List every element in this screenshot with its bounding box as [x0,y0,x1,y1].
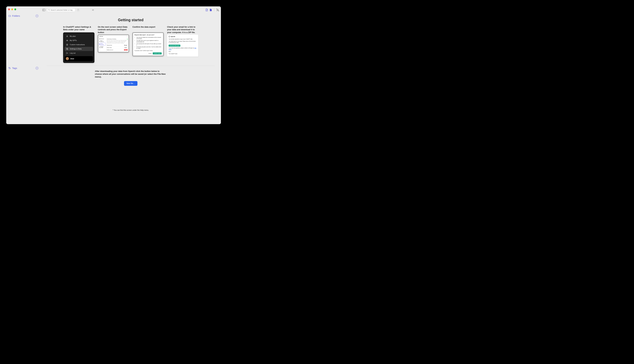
settings-nav-item-selected: Data controls [99,43,106,46]
svg-point-7 [67,36,68,36]
tools-icon [216,8,219,12]
svg-line-4 [49,10,50,10]
sidebar-tags-label: Tags [12,67,17,70]
step-4-title: Check your email for a link to your data… [167,26,198,34]
search-icon [48,9,50,11]
avatar [66,57,69,60]
svg-rect-11 [66,44,68,46]
svg-point-12 [67,48,68,49]
step-3-figure: Request data export - are you sure? Your… [132,32,164,56]
document-icon [209,8,212,12]
settings-nav-item: Beta features [99,40,106,42]
search-input[interactable] [50,9,74,11]
user-name: Jose [70,58,74,60]
cancel-label: Cancel [148,53,152,54]
close-icon: × [127,36,128,37]
svg-point-0 [9,68,9,68]
document-plus-icon [205,8,208,12]
zoom-window-button[interactable] [14,8,16,10]
document-button[interactable] [209,8,212,12]
content: Getting started In ChatGPT select Settin… [40,13,221,124]
toggle-icon [127,38,128,40]
step-4: Check your email for a link to your data… [167,26,198,63]
confirm-bullets: Your account details and conversations w… [134,37,162,49]
gear-icon [66,48,68,50]
sliders-icon [66,44,68,46]
step-3-title: Confirm the data export [132,26,164,32]
svg-rect-1 [42,9,45,11]
add-tag-button[interactable]: + [36,67,38,70]
menu-item: Log out [64,51,93,55]
page-title: Getting started [47,18,215,22]
openai-logo-icon [169,36,170,37]
logout-icon [66,52,68,54]
step-2: On the next screen select Data controls … [98,26,129,63]
app-window: Folders + Tags + [6,6,221,124]
search-count-badge: 0 [77,8,80,12]
download-export-label: Download data export [169,44,180,47]
step-1: In ChatGPT select Settings & Beta under … [63,26,94,63]
menu-item: My GPTs [64,38,93,42]
robot-icon [66,40,68,42]
user-icon [66,35,68,37]
sidebar-tags-header[interactable]: Tags + [6,66,40,70]
step-2-title: On the next screen select Data controls … [98,26,129,34]
settings-nav-item: Builder profile [99,46,106,48]
after-section: After downloading your data from OpenAI … [95,70,166,86]
menu-item-highlighted: Settings & Beta [64,47,93,51]
folder-icon [8,15,11,17]
search-field[interactable] [47,8,75,12]
toggle-sidebar-button[interactable] [42,8,46,12]
menu-item: My plan [64,34,93,38]
steps-row: In ChatGPT select Settings & Beta under … [47,26,215,63]
step-4-figure: OpenAI You recently requested a copy of … [167,34,198,56]
main-area: 0 [40,12,221,124]
settings-nav-item: General [99,38,106,40]
sidebar-folders-label: Folders [12,14,20,17]
step-1-figure: My plan My GPTs Custom instructions Sett… [63,32,94,63]
tag-icon [8,67,11,70]
step-2-figure: Settings× General Beta features Data con… [98,34,129,52]
close-window-button[interactable] [8,8,10,10]
after-text: After downloading your data from OpenAI … [95,70,166,78]
add-folder-button[interactable]: + [36,14,38,17]
menu-user: Jose [64,56,93,61]
new-document-button[interactable] [205,8,208,12]
sidebar: Folders + Tags + [6,12,40,124]
step-3: Confirm the data export Request data exp… [132,26,164,63]
sort-button[interactable] [91,8,95,12]
confirm-export-label: Confirm export [153,52,162,54]
footnote: * You can find this screen under the Hel… [47,109,215,111]
sidebar-folders-header[interactable]: Folders + [6,14,40,18]
tools-button[interactable] [216,8,219,12]
toolbar: 0 [40,8,221,12]
step-1-title: In ChatGPT select Settings & Beta under … [63,26,94,32]
minimize-window-button[interactable] [11,8,13,10]
window-controls [8,8,16,10]
svg-point-3 [48,9,49,10]
sort-icon [92,9,94,11]
menu-item: Custom instructions [64,42,93,47]
new-file-button[interactable]: New file… [124,81,138,86]
sidebar-toggle-icon [42,9,45,11]
